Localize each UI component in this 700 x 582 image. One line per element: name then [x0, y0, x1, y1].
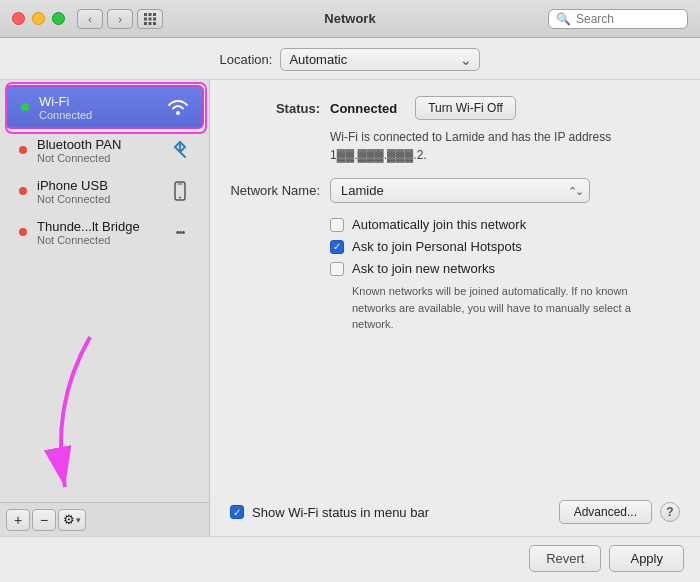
status-description: Wi-Fi is connected to Lamide and has the… — [330, 128, 680, 164]
svg-rect-8 — [153, 22, 156, 25]
thunderbolt-item-info: Thunde...lt Bridge Not Connected — [37, 219, 156, 246]
thunderbolt-item-name: Thunde...lt Bridge — [37, 219, 156, 234]
network-name-label: Network Name: — [230, 183, 320, 198]
svg-rect-2 — [153, 13, 156, 16]
sidebar-toolbar: + − ⚙ ▾ — [0, 502, 209, 536]
show-wifi-label: Show Wi-Fi status in menu bar — [252, 505, 429, 520]
forward-button[interactable]: › — [107, 9, 133, 29]
location-select-wrapper[interactable]: Automatic Edit Locations... — [280, 48, 480, 71]
traffic-lights — [12, 12, 65, 25]
sidebar-item-thunderbolt[interactable]: Thunde...lt Bridge Not Connected ••• — [5, 212, 204, 252]
advanced-button[interactable]: Advanced... — [559, 500, 652, 524]
svg-rect-4 — [149, 17, 152, 20]
bottom-toolbar: Revert Apply — [0, 536, 700, 580]
svg-rect-3 — [144, 17, 147, 20]
location-bar: Location: Automatic Edit Locations... — [0, 38, 700, 80]
window: ‹ › Network 🔍 Location: — [0, 0, 700, 582]
add-button[interactable]: + — [6, 509, 30, 531]
bluetooth-status-dot — [19, 146, 27, 154]
window-title: Network — [324, 11, 375, 26]
remove-button[interactable]: − — [32, 509, 56, 531]
svg-rect-0 — [144, 13, 147, 16]
apply-button[interactable]: Apply — [609, 545, 684, 572]
sidebar-item-wifi[interactable]: Wi-Fi Connected — [5, 85, 204, 129]
status-value: Connected — [330, 101, 397, 116]
wifi-status-dot — [21, 103, 29, 111]
titlebar: ‹ › Network 🔍 — [0, 0, 700, 38]
wifi-item-name: Wi-Fi — [39, 94, 154, 109]
thunderbolt-status-dot — [19, 228, 27, 236]
bluetooth-item-info: Bluetooth PAN Not Connected — [37, 137, 156, 164]
ask-hotspot-label: Ask to join Personal Hotspots — [352, 239, 522, 254]
ask-new-checkbox[interactable] — [330, 262, 344, 276]
main-content: Wi-Fi Connected Blueto — [0, 80, 700, 536]
iphone-status-dot — [19, 187, 27, 195]
close-button[interactable] — [12, 12, 25, 25]
auto-join-label: Automatically join this network — [352, 217, 526, 232]
bottom-section: Show Wi-Fi status in menu bar Advanced..… — [230, 500, 680, 524]
location-label: Location: — [220, 52, 273, 67]
maximize-button[interactable] — [52, 12, 65, 25]
minimize-button[interactable] — [32, 12, 45, 25]
svg-rect-5 — [153, 17, 156, 20]
auto-join-row: Automatically join this network — [330, 217, 680, 232]
gear-chevron-icon: ▾ — [76, 515, 81, 525]
search-icon: 🔍 — [556, 12, 571, 26]
sidebar-list: Wi-Fi Connected Blueto — [0, 80, 209, 502]
svg-rect-7 — [149, 22, 152, 25]
ask-hotspot-checkbox[interactable] — [330, 240, 344, 254]
help-button[interactable]: ? — [660, 502, 680, 522]
wifi-icon — [164, 93, 192, 121]
thunderbolt-item-status: Not Connected — [37, 234, 156, 246]
options-section: Automatically join this network Ask to j… — [330, 217, 680, 333]
sidebar-item-iphone[interactable]: iPhone USB Not Connected — [5, 171, 204, 211]
bluetooth-item-status: Not Connected — [37, 152, 156, 164]
ask-hotspot-row: Ask to join Personal Hotspots — [330, 239, 680, 254]
gear-icon: ⚙ — [63, 512, 75, 527]
search-bar[interactable]: 🔍 — [548, 9, 688, 29]
iphone-icon — [166, 177, 194, 205]
network-select[interactable]: Lamide — [330, 178, 590, 203]
network-select-wrapper[interactable]: Lamide — [330, 178, 590, 203]
location-select[interactable]: Automatic Edit Locations... — [280, 48, 480, 71]
revert-button[interactable]: Revert — [529, 545, 601, 572]
networks-note: Known networks will be joined automatica… — [352, 283, 652, 333]
wifi-item-status: Connected — [39, 109, 154, 121]
status-label: Status: — [230, 101, 320, 116]
grid-button[interactable] — [137, 9, 163, 29]
search-input[interactable] — [576, 12, 686, 26]
iphone-item-status: Not Connected — [37, 193, 156, 205]
back-button[interactable]: ‹ — [77, 9, 103, 29]
sidebar: Wi-Fi Connected Blueto — [0, 80, 210, 536]
wifi-item-info: Wi-Fi Connected — [39, 94, 154, 121]
auto-join-checkbox[interactable] — [330, 218, 344, 232]
iphone-item-info: iPhone USB Not Connected — [37, 178, 156, 205]
thunderbolt-icon: ••• — [166, 218, 194, 246]
bluetooth-icon — [166, 136, 194, 164]
sidebar-item-bluetooth[interactable]: Bluetooth PAN Not Connected — [5, 130, 204, 170]
nav-buttons: ‹ › — [77, 9, 133, 29]
gear-menu-button[interactable]: ⚙ ▾ — [58, 509, 86, 531]
ask-new-label: Ask to join new networks — [352, 261, 495, 276]
bluetooth-item-name: Bluetooth PAN — [37, 137, 156, 152]
status-desc-text: Wi-Fi is connected to Lamide and has the… — [330, 130, 611, 162]
network-name-row: Network Name: Lamide — [230, 178, 680, 203]
svg-rect-1 — [149, 13, 152, 16]
status-row: Status: Connected Turn Wi-Fi Off — [230, 96, 680, 120]
iphone-item-name: iPhone USB — [37, 178, 156, 193]
show-wifi-checkbox[interactable] — [230, 505, 244, 519]
right-panel: Status: Connected Turn Wi-Fi Off Wi-Fi i… — [210, 80, 700, 536]
svg-point-11 — [179, 197, 181, 199]
ask-new-row: Ask to join new networks — [330, 261, 680, 276]
turn-wifi-button[interactable]: Turn Wi-Fi Off — [415, 96, 516, 120]
show-wifi-row: Show Wi-Fi status in menu bar — [230, 505, 429, 520]
svg-rect-6 — [144, 22, 147, 25]
